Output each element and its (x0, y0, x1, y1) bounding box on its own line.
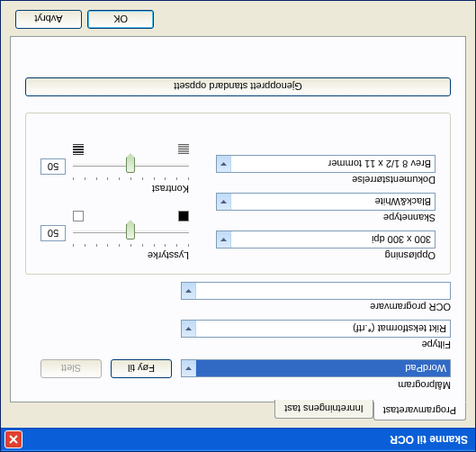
target-program-label: Målprogram (25, 380, 451, 391)
resolution-label: Oppløsning (216, 250, 436, 261)
chevron-down-icon (217, 231, 231, 248)
tab-software[interactable]: Programvaretast (373, 402, 466, 420)
content-area: Programvaretast Innretningens tast Målpr… (1, 1, 475, 428)
close-button[interactable] (4, 430, 22, 448)
tab-device-label: Innretningens tast (284, 403, 363, 414)
cancel-button[interactable]: Avbryt (15, 10, 82, 29)
slider-thumb[interactable] (127, 157, 136, 173)
brightness-value[interactable]: 50 (40, 225, 66, 241)
window-title: Skanne til OCR (22, 433, 472, 446)
docsize-value: Brev 8 1/2 x 11 tommer (231, 158, 435, 169)
contrast-value[interactable]: 50 (40, 158, 66, 175)
docsize-combo[interactable]: Brev 8 1/2 x 11 tommer (216, 155, 436, 173)
ok-button[interactable]: OK (87, 10, 154, 29)
titlebar: Skanne til OCR (1, 428, 475, 451)
slider-thumb[interactable] (127, 223, 136, 240)
docsize-label: Dokumentstørrelse (216, 175, 436, 185)
scantype-label: Skannetype (216, 212, 436, 223)
brightness-dark-icon (178, 211, 189, 221)
restore-defaults-button[interactable]: Gjenopprett standard oppsett (25, 77, 451, 96)
add-button[interactable]: Føy til (111, 359, 172, 378)
target-program-value: WordPad (196, 364, 450, 375)
dialog-buttons: OK Avbryt (10, 10, 466, 36)
filetype-label: Filtype (25, 339, 451, 350)
chevron-down-icon (182, 361, 196, 377)
chevron-down-icon (182, 283, 196, 299)
chevron-down-icon (217, 194, 231, 210)
delete-button: Slett (40, 359, 102, 378)
tab-panel: Målprogram WordPad Føy til Slett Filtype… (10, 36, 466, 402)
brightness-light-icon (73, 211, 84, 221)
contrast-slider[interactable] (73, 157, 189, 178)
ocr-software-combo[interactable] (181, 282, 451, 300)
filetype-combo[interactable]: Rikt tekstformat (*.rtf) (181, 320, 451, 338)
contrast-low-icon (178, 144, 189, 155)
brightness-label: Lysstyrke (40, 250, 189, 261)
ocr-software-label: OCR programvare (25, 302, 451, 312)
brightness-slider[interactable] (73, 223, 189, 245)
contrast-label: Kontrast (40, 184, 189, 194)
tab-device[interactable]: Innretningens tast (274, 400, 373, 419)
tab-software-label: Programvaretast (383, 405, 456, 416)
target-program-combo[interactable]: WordPad (181, 360, 451, 378)
close-icon (9, 435, 18, 444)
scantype-combo[interactable]: Black&White (216, 193, 436, 211)
scantype-value: Black&White (231, 196, 435, 207)
contrast-high-icon (73, 144, 84, 155)
dialog-window: Skanne til OCR Programvaretast Innretnin… (0, 0, 476, 452)
filetype-value: Rikt tekstformat (*.rtf) (196, 323, 450, 334)
chevron-down-icon (217, 156, 231, 172)
resolution-combo[interactable]: 300 x 300 dpi (216, 231, 436, 249)
tab-strip: Programvaretast Innretningens tast (10, 402, 466, 420)
chevron-down-icon (182, 321, 196, 337)
scan-settings-group: Oppløsning 300 x 300 dpi Skannetype Blac… (25, 113, 451, 275)
resolution-value: 300 x 300 dpi (231, 234, 435, 245)
